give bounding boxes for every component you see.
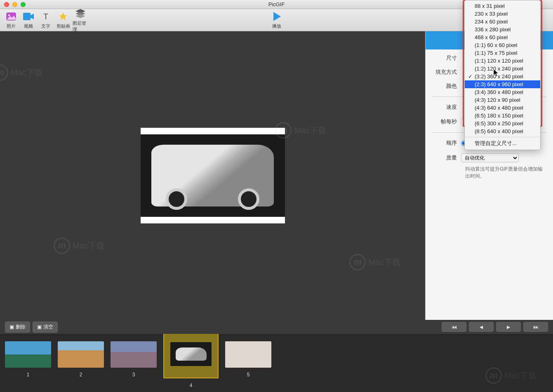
frame-3[interactable]: 3 bbox=[111, 341, 157, 378]
menu-item-size-14[interactable]: (6:5) 180 x 150 pixel bbox=[465, 112, 540, 120]
video-label: 视频 bbox=[24, 23, 33, 29]
skip-forward-icon: ⏭ bbox=[533, 324, 539, 330]
image-icon: ▣ bbox=[37, 324, 42, 330]
thumbnail-selected bbox=[163, 334, 219, 378]
arrow-left-icon: ◄ bbox=[478, 324, 484, 330]
next-frame-button[interactable]: ► bbox=[496, 322, 521, 332]
quality-label: 质量 bbox=[432, 154, 461, 162]
quality-note: 抖动算法可提升GIF质量但会增加输出时间。 bbox=[465, 166, 546, 180]
watermark: mMac下载 bbox=[349, 254, 400, 270]
play-button[interactable]: 播放 bbox=[269, 11, 285, 29]
star-icon bbox=[57, 11, 69, 22]
menu-item-size-6[interactable]: (1:1) 75 x 75 pixel bbox=[465, 49, 540, 57]
frame-1[interactable]: 1 bbox=[5, 341, 51, 378]
menu-item-size-11[interactable]: (3:4) 360 x 480 pixel bbox=[465, 88, 540, 96]
menu-item-size-13[interactable]: (4:3) 640 x 480 pixel bbox=[465, 104, 540, 112]
frame-2[interactable]: 2 bbox=[58, 341, 104, 378]
menu-item-size-12[interactable]: (4:3) 120 x 90 pixel bbox=[465, 96, 540, 104]
thumbnail bbox=[58, 341, 104, 368]
timeline[interactable]: 1 2 3 4 5 mMac下载 bbox=[0, 334, 553, 392]
fps-label: 帧每秒 bbox=[432, 118, 461, 125]
svg-point-1 bbox=[8, 14, 10, 16]
menu-item-size-3[interactable]: 336 x 280 pixel bbox=[465, 26, 540, 33]
video-button[interactable]: 视频 bbox=[21, 8, 36, 33]
delete-button[interactable]: ▣ 删除 bbox=[5, 322, 30, 333]
frame-number: 3 bbox=[132, 372, 135, 378]
thumbnail bbox=[225, 341, 271, 368]
text-button[interactable]: T 文字 bbox=[38, 8, 54, 33]
text-label: 文字 bbox=[41, 23, 50, 29]
frame-number: 4 bbox=[190, 383, 193, 388]
watermark: mMac下载 bbox=[485, 367, 537, 384]
thumbnail bbox=[111, 341, 157, 368]
frame-number: 2 bbox=[80, 372, 82, 378]
menu-item-size-4[interactable]: 468 x 60 pixel bbox=[465, 33, 540, 41]
svg-text:T: T bbox=[43, 12, 48, 21]
layers-button[interactable]: 图层管理 bbox=[73, 8, 88, 33]
svg-rect-2 bbox=[23, 13, 31, 20]
color-label: 颜色 bbox=[432, 82, 461, 90]
maximize-window-button[interactable] bbox=[21, 2, 26, 7]
traffic-lights bbox=[0, 2, 26, 7]
menu-item-size-0[interactable]: 88 x 31 pixel bbox=[465, 2, 540, 10]
thumbnail bbox=[5, 341, 51, 368]
canvas-image bbox=[141, 134, 285, 217]
menu-divider bbox=[465, 137, 540, 137]
prev-frame-button[interactable]: ◄ bbox=[469, 322, 494, 332]
frame-number: 1 bbox=[27, 372, 30, 378]
watermark: mMac下载 bbox=[0, 64, 43, 81]
play-icon bbox=[271, 11, 282, 22]
speed-label: 速度 bbox=[432, 103, 461, 111]
size-dropdown-menu[interactable]: 88 x 31 pixel230 x 33 pixel234 x 60 pixe… bbox=[464, 0, 541, 150]
clipart-label: 剪贴画 bbox=[56, 23, 70, 29]
image-content bbox=[151, 145, 274, 207]
action-left: ▣ 删除 ▣ 清空 bbox=[5, 322, 58, 333]
menu-item-size-5[interactable]: (1:1) 60 x 60 pixel bbox=[465, 41, 540, 49]
menu-item-custom[interactable]: 管理自定义尺寸... bbox=[465, 139, 540, 148]
clipart-button[interactable]: 剪贴画 bbox=[55, 8, 71, 33]
menu-item-size-15[interactable]: (6:5) 300 x 250 pixel bbox=[465, 120, 540, 127]
play-label: 播放 bbox=[272, 23, 281, 29]
order-label: 顺序 bbox=[432, 139, 461, 147]
skip-back-icon: ⏮ bbox=[452, 324, 457, 330]
quality-select[interactable]: 自动优化 bbox=[461, 153, 519, 162]
fill-label: 填充方式 bbox=[432, 68, 461, 76]
menu-item-size-10[interactable]: (2:3) 640 x 960 pixel bbox=[465, 80, 540, 88]
photo-icon bbox=[5, 11, 17, 22]
photo-button[interactable]: 照片 bbox=[3, 8, 19, 33]
text-icon: T bbox=[40, 11, 52, 22]
minimize-window-button[interactable] bbox=[12, 2, 17, 7]
video-icon bbox=[23, 11, 34, 22]
menu-item-size-9[interactable]: (3:2) 360 x 240 pixel bbox=[465, 73, 540, 80]
watermark: mMac下载 bbox=[54, 237, 105, 254]
menu-item-size-8[interactable]: (1:2) 120 x 240 pixel bbox=[465, 65, 540, 73]
frame-5[interactable]: 5 bbox=[225, 341, 271, 378]
menu-item-size-16[interactable]: (8:5) 640 x 400 pixel bbox=[465, 127, 540, 135]
canvas-area[interactable]: mMac下载 mMac下载 mMac下载 mMac下载 bbox=[0, 31, 425, 320]
close-window-button[interactable] bbox=[4, 2, 9, 7]
toolbar-group-left: 照片 视频 T 文字 剪贴画 图层管理 bbox=[3, 8, 88, 33]
menu-item-size-1[interactable]: 230 x 33 pixel bbox=[465, 10, 540, 18]
layers-label: 图层管理 bbox=[73, 20, 88, 33]
menu-item-size-2[interactable]: 234 x 60 pixel bbox=[465, 18, 540, 26]
frame-number: 5 bbox=[247, 372, 250, 378]
clear-button[interactable]: ▣ 清空 bbox=[33, 322, 58, 333]
clear-label: 清空 bbox=[43, 324, 53, 331]
size-label: 尺寸 bbox=[432, 54, 461, 62]
frame-4-selected[interactable]: 4 bbox=[163, 341, 219, 388]
canvas-frame bbox=[141, 128, 285, 223]
arrow-right-icon: ► bbox=[506, 324, 511, 330]
layers-icon bbox=[75, 8, 86, 19]
action-right: ⏮ ◄ ► ⏭ bbox=[442, 322, 548, 332]
delete-label: 删除 bbox=[16, 324, 26, 331]
photo-label: 照片 bbox=[7, 23, 16, 29]
app-title: PicGIF bbox=[268, 1, 285, 7]
first-frame-button[interactable]: ⏮ bbox=[442, 322, 466, 332]
last-frame-button[interactable]: ⏭ bbox=[523, 322, 548, 332]
menu-item-size-7[interactable]: (1:1) 120 x 120 pixel bbox=[465, 57, 540, 65]
image-icon: ▣ bbox=[9, 324, 14, 330]
action-bar: ▣ 删除 ▣ 清空 ⏮ ◄ ► ⏭ bbox=[0, 320, 553, 334]
quality-row: 质量 自动优化 bbox=[432, 153, 546, 162]
